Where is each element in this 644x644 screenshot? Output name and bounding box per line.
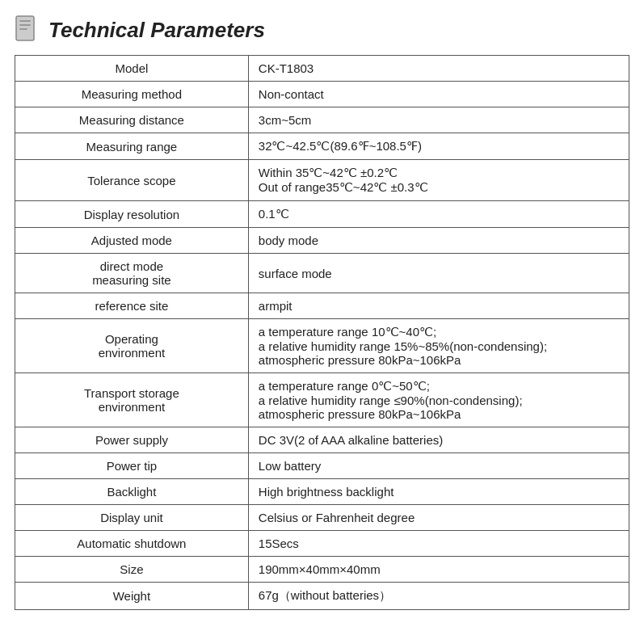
table-row: Automatic shutdown15Secs [15, 531, 629, 557]
row-label: Display unit [15, 505, 249, 531]
row-value: a temperature range 10℃~40℃; a relative … [248, 319, 629, 373]
row-label: Model [15, 56, 249, 82]
table-row: Power supplyDC 3V(2 of AAA alkaline batt… [15, 427, 629, 453]
row-value: DC 3V(2 of AAA alkaline batteries) [248, 427, 629, 453]
row-value: Celsius or Fahrenheit degree [248, 505, 629, 531]
table-row: Size190mm×40mm×40mm [15, 557, 629, 583]
svg-rect-2 [19, 24, 31, 26]
row-value: a temperature range 0℃~50℃; a relative h… [248, 373, 629, 427]
row-label: Measuring method [15, 82, 249, 107]
row-value: 190mm×40mm×40mm [248, 557, 629, 583]
row-label: Backlight [15, 479, 249, 505]
table-row: Measuring methodNon-contact [15, 82, 629, 107]
row-value: CK-T1803 [248, 56, 629, 82]
row-value: 32℃~42.5℃(89.6℉~108.5℉) [248, 133, 629, 160]
row-label: Tolerance scope [15, 160, 249, 201]
table-row: Measuring distance3cm~5cm [15, 107, 629, 133]
table-row: Display unitCelsius or Fahrenheit degree [15, 505, 629, 531]
row-value: 0.1℃ [248, 201, 629, 228]
row-value: 67g（without batteries） [248, 583, 629, 610]
svg-rect-3 [19, 28, 27, 30]
table-row: Operating environmenta temperature range… [15, 319, 629, 373]
document-icon [15, 15, 40, 45]
table-row: ModelCK-T1803 [15, 56, 629, 82]
row-label: Operating environment [15, 319, 249, 373]
row-value: 15Secs [248, 531, 629, 557]
row-label: Transport storage environment [15, 373, 249, 427]
row-value: High brightness backlight [248, 479, 629, 505]
row-label: Size [15, 557, 249, 583]
row-value: surface mode [248, 254, 629, 293]
row-value: Within 35℃~42℃ ±0.2℃ Out of range35℃~42℃… [248, 160, 629, 201]
table-row: Display resolution0.1℃ [15, 201, 629, 228]
row-value: Low battery [248, 453, 629, 479]
table-row: Measuring range32℃~42.5℃(89.6℉~108.5℉) [15, 133, 629, 160]
page-title: Technical Parameters [48, 18, 265, 43]
row-label: Measuring range [15, 133, 249, 160]
table-row: BacklightHigh brightness backlight [15, 479, 629, 505]
table-row: reference sitearmpit [15, 293, 629, 319]
table-row: Power tipLow battery [15, 453, 629, 479]
row-value: armpit [248, 293, 629, 319]
row-label: Measuring distance [15, 107, 249, 133]
table-row: Adjusted modebody mode [15, 228, 629, 254]
row-value: body mode [248, 228, 629, 254]
table-row: Tolerance scopeWithin 35℃~42℃ ±0.2℃ Out … [15, 160, 629, 201]
table-row: Weight67g（without batteries） [15, 583, 629, 610]
technical-parameters-table: ModelCK-T1803Measuring methodNon-contact… [15, 55, 629, 610]
page-header: Technical Parameters [15, 15, 629, 45]
row-value: Non-contact [248, 82, 629, 107]
svg-rect-1 [19, 20, 31, 22]
row-label: Weight [15, 583, 249, 610]
page-container: Technical Parameters ModelCK-T1803Measur… [0, 0, 644, 644]
table-row: Transport storage environmenta temperatu… [15, 373, 629, 427]
row-label: Adjusted mode [15, 228, 249, 254]
table-row: direct mode measuring sitesurface mode [15, 254, 629, 293]
row-label: Display resolution [15, 201, 249, 228]
row-label: Power tip [15, 453, 249, 479]
row-value: 3cm~5cm [248, 107, 629, 133]
row-label: reference site [15, 293, 249, 319]
row-label: direct mode measuring site [15, 254, 249, 293]
row-label: Automatic shutdown [15, 531, 249, 557]
row-label: Power supply [15, 427, 249, 453]
